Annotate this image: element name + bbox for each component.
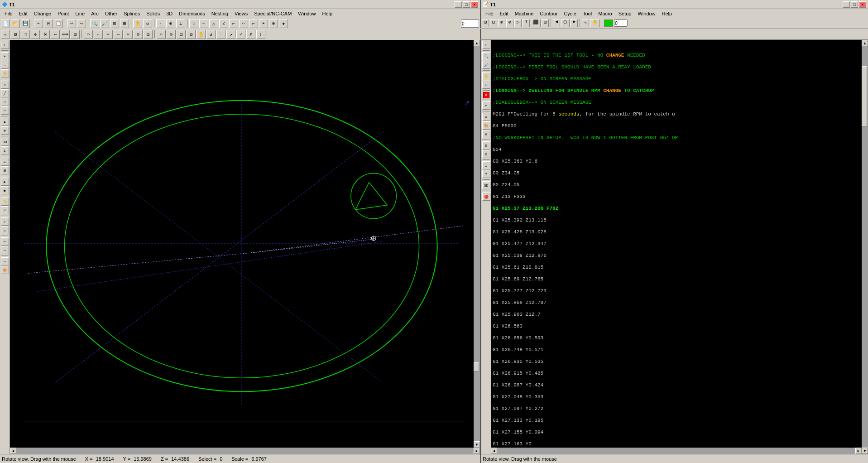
vtb-stop[interactable]: ■ — [1, 186, 9, 194]
rtb-btn1[interactable]: ⊞ — [482, 19, 489, 27]
ricon-render[interactable]: 🔴 — [482, 193, 490, 201]
tb2-move[interactable]: ✥ — [31, 30, 40, 39]
rmenu-tool[interactable]: Tool — [580, 10, 595, 17]
tb2-selall[interactable]: ⊞ — [11, 30, 20, 39]
tb2-chamfer[interactable]: ⌐ — [94, 30, 103, 39]
vtb-warn[interactable]: ⚠ — [1, 226, 9, 234]
rmenu-setup[interactable]: Setup — [616, 10, 634, 17]
tb2-copy2[interactable]: ⎘ — [41, 30, 50, 39]
vtb-arc[interactable]: ⌒ — [1, 106, 9, 115]
rtb-cursor[interactable]: ↖ — [582, 19, 589, 27]
rtb-btn6[interactable]: T — [523, 19, 530, 27]
menu-dimensions[interactable]: Dimensions — [176, 10, 207, 17]
rtb-hand[interactable]: ✋ — [590, 19, 600, 27]
rmenu-edit[interactable]: Edit — [497, 10, 511, 17]
vtb-circle[interactable]: ○ — [1, 81, 9, 89]
vtb-layers[interactable]: ≡ — [1, 158, 9, 166]
tb-angle[interactable]: ∠ — [219, 19, 228, 28]
menu-line[interactable]: Line — [72, 10, 87, 17]
rmenu-cycle[interactable]: Cycle — [561, 10, 579, 17]
tb2-pan2[interactable]: ✋ — [197, 30, 206, 39]
menu-special[interactable]: Special/NC-CAM — [251, 10, 294, 17]
tb2-zoom3[interactable]: ⊡ — [177, 30, 186, 39]
ricon-color[interactable]: 🎨 — [482, 121, 490, 130]
tb-grid[interactable]: ⋮ — [156, 19, 165, 28]
tb2-fillet[interactable]: ⌒ — [84, 30, 93, 39]
tb2-zoom4[interactable]: ⊞ — [187, 30, 196, 39]
vtb-line[interactable]: ╱ — [1, 89, 9, 97]
tb-zoom-out[interactable]: 🔎 — [100, 19, 109, 28]
tb2-check[interactable]: ✓ — [236, 30, 245, 39]
tb2-rot2[interactable]: ↺ — [206, 30, 216, 39]
menu-views[interactable]: Views — [232, 10, 250, 17]
tb-bracket[interactable]: ⌐ — [229, 19, 238, 28]
tb-undo[interactable]: ↩ — [67, 19, 76, 28]
vtb-arrow[interactable]: ↖ — [1, 41, 9, 49]
tb-plus[interactable]: ⊕ — [269, 19, 278, 28]
scroll-right-btn[interactable]: ► — [474, 448, 480, 454]
ricon-3d[interactable]: 3D — [482, 181, 490, 189]
right-minimize-btn[interactable]: _ — [843, 1, 850, 8]
menu-arc[interactable]: Arc — [88, 10, 101, 17]
rtb-select-left[interactable]: ◄ — [553, 19, 560, 27]
tb-rotate[interactable]: ↺ — [143, 19, 152, 28]
right-close-btn[interactable]: × — [859, 1, 866, 8]
rtb-select-right[interactable]: ► — [571, 19, 578, 27]
vtb-snap[interactable]: ⊕ — [1, 126, 9, 135]
vtb-grid[interactable]: ⊞ — [1, 166, 9, 174]
tb2-array[interactable]: ⊞ — [71, 30, 80, 39]
menu-splines[interactable]: Splines — [121, 10, 143, 17]
code-scroll-v[interactable]: ▲ ▼ — [862, 40, 868, 454]
red-close-btn[interactable]: × — [483, 92, 489, 98]
vtb-render[interactable]: 🎨 — [1, 266, 9, 274]
ricon-info[interactable]: i — [482, 161, 490, 169]
tb-redo[interactable]: ↪ — [77, 19, 86, 28]
code-scroll-left[interactable]: ◄ — [491, 448, 497, 454]
ricon-settings[interactable]: ⚙ — [482, 150, 490, 158]
menu-point[interactable]: Point — [55, 10, 72, 17]
scroll-down-btn[interactable]: ▼ — [474, 441, 480, 448]
tb2-extend[interactable]: ↔ — [114, 30, 123, 39]
ricon-zoom-in[interactable]: 🔍 — [482, 52, 490, 60]
tb2-sel[interactable]: ↖ — [1, 30, 10, 39]
rtb-btn4[interactable]: ⊗ — [506, 19, 513, 27]
rtb-btn3[interactable]: ⊕ — [498, 19, 505, 27]
menu-3d[interactable]: 3D — [163, 10, 175, 17]
tb-shape1[interactable]: ⌒ — [239, 19, 248, 28]
tb2-zoom2[interactable]: ⊕ — [167, 30, 176, 39]
tb2-scale[interactable]: ⟺ — [61, 30, 70, 39]
rmenu-help[interactable]: Help — [659, 10, 675, 17]
tb-dash2[interactable]: △ — [209, 19, 218, 28]
vtb-info[interactable]: i — [1, 146, 9, 154]
ricon-fit[interactable]: ⊡ — [482, 81, 490, 89]
rtb-select-main[interactable]: ⬡ — [561, 19, 570, 27]
tb2-join[interactable]: ⊕ — [134, 30, 143, 39]
tb-ortho[interactable]: ⊥ — [176, 19, 185, 28]
vtb-angle2[interactable]: ∠ — [1, 206, 9, 214]
ricon-layers[interactable]: ≡ — [482, 113, 490, 121]
rmenu-file[interactable]: File — [483, 10, 496, 17]
vtb-extend[interactable]: ↔ — [1, 246, 9, 254]
tb2-mirror[interactable]: ⇔ — [51, 30, 60, 39]
rtb-btn8[interactable]: ⊞ — [542, 19, 549, 27]
tb-cross[interactable]: ✚ — [279, 19, 288, 28]
tb-dash1[interactable]: — — [199, 19, 208, 28]
menu-nesting[interactable]: Nesting — [209, 10, 231, 17]
menu-other[interactable]: Other — [102, 10, 120, 17]
vtb-pan[interactable]: ✋ — [1, 69, 9, 77]
rmenu-contour[interactable]: Contour — [537, 10, 560, 17]
rmenu-window[interactable]: Window — [635, 10, 658, 17]
ricon-undo[interactable]: ↩ — [482, 101, 490, 110]
tb2-break[interactable]: ✂ — [124, 30, 133, 39]
menu-edit[interactable]: Edit — [16, 10, 30, 17]
tb2-selwin[interactable]: ⬚ — [21, 30, 30, 39]
code-scroll-h[interactable]: ◄ ► — [491, 448, 862, 454]
menu-help[interactable]: Help — [319, 10, 335, 17]
cad-scroll-vertical[interactable]: ▲ ▼ — [474, 40, 480, 448]
tb-new[interactable]: 📄 — [1, 19, 10, 28]
tb-zoom-sel[interactable]: ⊞ — [120, 19, 129, 28]
tb2-offset[interactable]: ⊟ — [144, 30, 153, 39]
rmenu-machine[interactable]: Machine — [512, 10, 537, 17]
code-sv-thumb[interactable] — [862, 66, 867, 126]
scroll-track-v[interactable] — [474, 46, 480, 441]
